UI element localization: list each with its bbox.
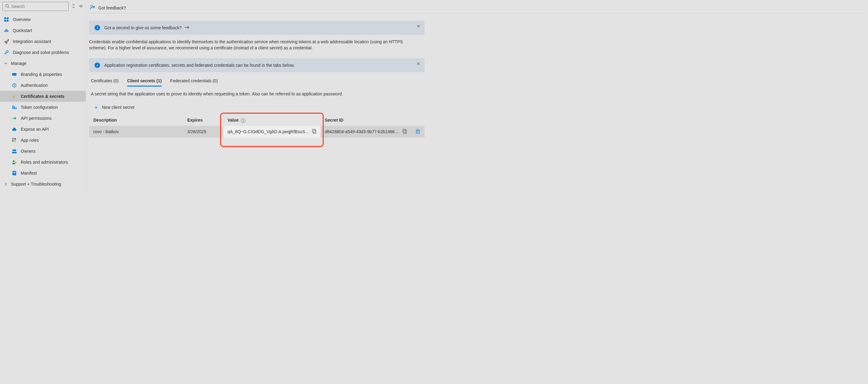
copy-icon[interactable]: [312, 129, 316, 135]
sidebar-item-authentication[interactable]: Authentication: [0, 80, 86, 91]
chevron-right-icon: [4, 182, 8, 186]
rocket-icon: 🚀: [4, 39, 9, 44]
table-row: rovo - ikatkov 3/26/2025 qA_8Q~G.CIOdDG_…: [89, 126, 425, 138]
secret-id-text: d8428804-a549-43d3-9b77-b2b146873c...: [325, 129, 400, 134]
cell-expires: 3/26/2025: [183, 126, 223, 138]
banner-text[interactable]: Got a second to give us some feedback?: [104, 25, 182, 30]
copy-icon[interactable]: [403, 129, 407, 135]
nav-group-label: Support + Troubleshooting: [11, 182, 61, 187]
close-icon[interactable]: ✕: [416, 24, 420, 29]
collapse-sidebar-icon[interactable]: [79, 4, 83, 9]
sidebar-item-token-config[interactable]: Token configuration: [0, 102, 86, 113]
expand-collapse-icon[interactable]: [71, 4, 76, 9]
arrow-right-icon[interactable]: [184, 25, 190, 30]
tab-certificates[interactable]: Certificates (0): [91, 78, 119, 87]
svg-line-1: [8, 7, 9, 8]
cloud-icon: [4, 29, 9, 32]
sidebar-item-branding[interactable]: Branding & properties: [0, 69, 86, 80]
cloud-api-icon: [11, 127, 17, 131]
sidebar-item-owners[interactable]: Owners: [0, 146, 86, 157]
secrets-table-wrap: Description Expires Value i Secret ID ro…: [89, 115, 425, 138]
nav-group-support[interactable]: Support + Troubleshooting: [0, 179, 86, 190]
arrow-right-icon: [11, 117, 17, 120]
cell-actions: [411, 126, 425, 138]
search-icon: [5, 4, 9, 9]
sidebar-item-app-roles[interactable]: App roles: [0, 135, 86, 146]
sidebar-item-label: App roles: [21, 138, 39, 142]
info-icon: i: [95, 25, 100, 30]
svg-rect-32: [404, 130, 407, 133]
col-value: Value i: [223, 115, 320, 126]
sidebar-item-diagnose[interactable]: Diagnose and solve problems: [0, 47, 86, 58]
col-value-label: Value: [227, 118, 239, 123]
sidebar-item-api-permissions[interactable]: API permissions: [0, 113, 86, 124]
circle-arrow-icon: [11, 83, 17, 88]
sidebar-item-label: Roles and administrators: [21, 160, 68, 165]
info-icon[interactable]: i: [241, 119, 245, 123]
plus-icon: ＋: [93, 104, 99, 111]
cell-description: rovo - ikatkov: [89, 126, 183, 138]
svg-rect-4: [4, 20, 6, 22]
sidebar-item-manifest[interactable]: Manifest: [0, 168, 86, 179]
tab-client-secrets[interactable]: Client secrets (1): [127, 78, 162, 87]
svg-rect-18: [14, 138, 16, 139]
svg-rect-27: [13, 173, 16, 173]
col-actions: [411, 115, 425, 126]
feedback-button[interactable]: Got feedback?: [98, 5, 126, 10]
sidebar-item-quickstart[interactable]: Quickstart: [0, 25, 86, 36]
tag-icon: [11, 72, 17, 76]
nav-group-manage[interactable]: Manage: [0, 58, 86, 69]
svg-rect-33: [403, 129, 406, 133]
toolbar: Got feedback?: [89, 2, 865, 13]
apps-icon: [11, 138, 17, 142]
document-icon: [11, 171, 17, 175]
sidebar-item-label: Diagnose and solve problems: [13, 50, 69, 55]
secret-value-text: qA_8Q~G.CIOdDG_VgbD.A.peqjRfBsuS1I...: [227, 129, 310, 134]
col-secret-id: Secret ID: [320, 115, 411, 126]
delete-icon[interactable]: [416, 130, 420, 135]
svg-rect-13: [12, 105, 13, 109]
main-content: Got feedback? i Got a second to give us …: [86, 0, 868, 192]
svg-point-8: [6, 51, 8, 53]
close-icon[interactable]: ✕: [416, 61, 420, 66]
sidebar-item-overview[interactable]: Overview: [0, 14, 86, 25]
svg-rect-20: [14, 140, 16, 142]
svg-rect-5: [7, 20, 8, 22]
grid-icon: [4, 17, 9, 22]
svg-rect-9: [12, 73, 17, 75]
svg-point-22: [14, 149, 16, 151]
button-label: New client secret: [102, 105, 134, 110]
svg-rect-31: [312, 129, 315, 133]
svg-rect-2: [4, 18, 6, 19]
svg-rect-26: [13, 172, 16, 172]
nav-list: Overview Quickstart 🚀 Integration assist…: [0, 14, 86, 190]
wrench-icon: [4, 50, 9, 55]
svg-point-11: [12, 96, 14, 98]
svg-point-23: [13, 160, 14, 162]
feedback-icon: [90, 5, 95, 11]
tabs: Certificates (0) Client secrets (1) Fede…: [89, 78, 865, 87]
sidebar-item-label: Overview: [13, 17, 31, 22]
svg-rect-17: [12, 138, 14, 139]
secrets-table: Description Expires Value i Secret ID ro…: [89, 115, 425, 138]
sidebar: Overview Quickstart 🚀 Integration assist…: [0, 0, 86, 192]
sidebar-item-roles-admins[interactable]: Roles and administrators: [0, 157, 86, 168]
search-box[interactable]: [2, 2, 69, 11]
sidebar-item-label: Integration assistant: [13, 39, 51, 44]
bars-icon: [11, 105, 17, 110]
col-expires: Expires: [183, 115, 223, 126]
svg-rect-30: [313, 130, 316, 133]
search-input[interactable]: [11, 4, 66, 9]
info-icon: i: [95, 62, 100, 68]
sidebar-item-expose-api[interactable]: Expose an API: [0, 124, 86, 135]
sidebar-item-certificates-secrets[interactable]: Certificates & secrets: [0, 91, 86, 102]
sidebar-item-label: Authentication: [21, 83, 48, 88]
feedback-prompt-banner: i Got a second to give us some feedback?…: [89, 21, 425, 35]
svg-rect-24: [15, 162, 17, 163]
person-admin-icon: [11, 160, 17, 164]
new-client-secret-button[interactable]: ＋ New client secret: [90, 102, 137, 113]
sidebar-item-integration[interactable]: 🚀 Integration assistant: [0, 36, 86, 47]
page-description: Credentials enable confidential applicat…: [89, 39, 412, 51]
nav-group-label: Manage: [11, 61, 27, 66]
tab-federated[interactable]: Federated credentials (0): [170, 78, 218, 87]
